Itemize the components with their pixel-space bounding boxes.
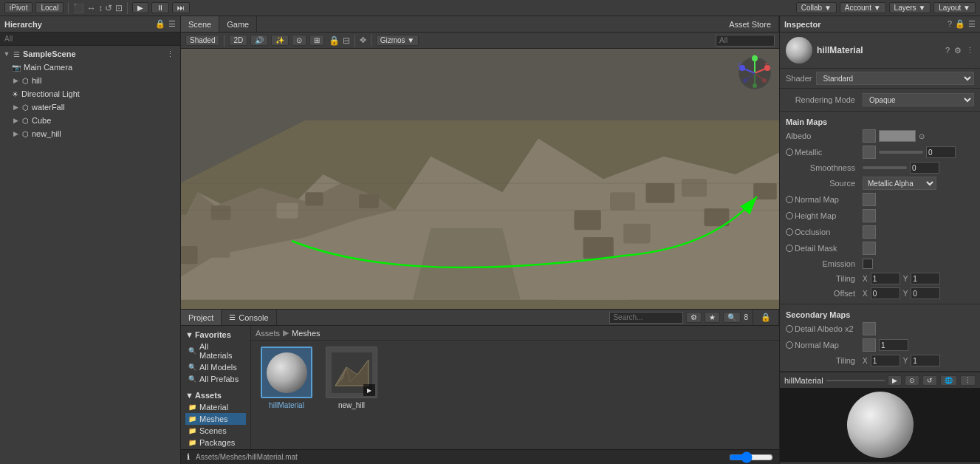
metallic-texture-slot[interactable] bbox=[863, 146, 876, 159]
path-meshes[interactable]: Meshes bbox=[292, 329, 321, 338]
file-hill-material[interactable]: hillMaterial bbox=[257, 347, 316, 443]
detail-albedo-texture-slot[interactable] bbox=[863, 322, 876, 335]
tab-scene[interactable]: Scene bbox=[181, 16, 219, 32]
source-dropdown[interactable]: Metallic Alpha bbox=[863, 177, 936, 190]
emission-label: Emission bbox=[786, 259, 860, 268]
tiling-row: Tiling X Y bbox=[786, 271, 974, 286]
secondary-tiling-x-input[interactable] bbox=[871, 355, 900, 366]
tiling-y-input[interactable] bbox=[911, 273, 940, 284]
refresh-bottom-btn[interactable]: ↺ bbox=[922, 375, 937, 386]
fav-materials-label: All Materials bbox=[199, 342, 243, 360]
collab-btn[interactable]: Collab ▼ bbox=[796, 2, 837, 13]
tab-console[interactable]: ☰ Console bbox=[222, 310, 276, 325]
waterfall-label: waterFall bbox=[32, 103, 65, 112]
fav-materials[interactable]: 🔍 All Materials bbox=[185, 341, 246, 361]
circle-bottom-btn[interactable]: ⊙ bbox=[905, 375, 919, 386]
zoom-slider[interactable] bbox=[729, 451, 773, 463]
scene-search-input[interactable] bbox=[716, 35, 775, 47]
emission-checkbox[interactable] bbox=[863, 259, 873, 269]
assets-meshes[interactable]: 📁 Meshes bbox=[185, 413, 246, 425]
project-settings-btn[interactable]: ⚙ bbox=[686, 312, 702, 323]
scene-menu-icon[interactable]: ⋮ bbox=[166, 50, 174, 59]
sep3 bbox=[224, 35, 225, 47]
hierarchy-search[interactable] bbox=[0, 33, 180, 46]
project-search-input[interactable] bbox=[609, 312, 683, 324]
scene-root-item[interactable]: ▼ ☰ SampleScene ⋮ bbox=[0, 47, 180, 61]
metallic-input[interactable] bbox=[926, 146, 956, 158]
height-map-texture-slot[interactable] bbox=[863, 209, 876, 222]
assets-material[interactable]: 📁 Material bbox=[185, 401, 246, 413]
file-new-hill[interactable]: ▶ new_hill bbox=[322, 347, 381, 443]
hierarchy-directional-light[interactable]: ☀ Directional Light bbox=[0, 87, 180, 100]
scene-arrow: ▼ bbox=[3, 50, 10, 58]
albedo-pick-icon[interactable]: ⊙ bbox=[919, 132, 925, 140]
hierarchy-new-hill[interactable]: ▶ ⬡ new_hill bbox=[0, 127, 180, 140]
inspector-title: Inspector bbox=[784, 20, 821, 29]
account-btn[interactable]: Account ▼ bbox=[840, 2, 886, 13]
hierarchy-main-camera[interactable]: 📷 Main Camera bbox=[0, 61, 180, 74]
scene-viewport[interactable]: Iso X Y bbox=[181, 49, 779, 309]
more-bottom-btn[interactable]: ⋮ bbox=[960, 375, 976, 386]
secondary-normal-texture-slot[interactable] bbox=[863, 338, 876, 352]
hierarchy-hill[interactable]: ▶ ⬡ hill bbox=[0, 74, 180, 87]
hierarchy-menu-icon[interactable]: ☰ bbox=[168, 19, 176, 29]
pause-btn[interactable]: ⏸ bbox=[151, 2, 169, 13]
smoothness-slider[interactable] bbox=[863, 166, 907, 169]
assets-scenes[interactable]: 📁 Scenes bbox=[185, 425, 246, 437]
svg-text:Y: Y bbox=[753, 55, 757, 59]
smoothness-input[interactable] bbox=[910, 162, 939, 174]
local-btn[interactable]: Local bbox=[35, 2, 64, 13]
step-btn[interactable]: ⏭ bbox=[172, 2, 190, 13]
tiling-x-input[interactable] bbox=[871, 273, 900, 284]
play-btn[interactable]: ▶ bbox=[132, 2, 148, 13]
layers-btn[interactable]: Layers ▼ bbox=[889, 2, 931, 13]
globe-bottom-btn[interactable]: 🌐 bbox=[940, 375, 957, 386]
inspector-settings-btn[interactable]: ⚙ bbox=[954, 46, 962, 55]
nav-btn[interactable]: ⊙ bbox=[292, 35, 306, 46]
shading-dropdown-btn[interactable]: Shaded bbox=[185, 35, 219, 46]
hierarchy-lock-icon[interactable]: 🔒 bbox=[155, 19, 165, 29]
hierarchy-waterfall[interactable]: ▶ ⬡ waterFall bbox=[0, 100, 180, 114]
layout-btn[interactable]: Layout ▼ bbox=[933, 2, 976, 13]
main-maps-section: Main Maps Albedo ⊙ Metallic bbox=[780, 112, 980, 304]
shader-dropdown[interactable]: Standard bbox=[816, 72, 974, 85]
inspector-help-btn[interactable]: ? bbox=[945, 46, 950, 55]
2d-btn[interactable]: 2D bbox=[229, 35, 247, 46]
offset-y-input[interactable] bbox=[911, 287, 940, 299]
secondary-tiling-y-input[interactable] bbox=[911, 355, 940, 366]
inspector-help-icon[interactable]: ? bbox=[948, 19, 952, 29]
hierarchy-cube[interactable]: ▶ ⬡ Cube bbox=[0, 114, 180, 127]
metallic-slider[interactable] bbox=[879, 151, 923, 154]
detail-mask-texture-slot[interactable] bbox=[863, 242, 876, 255]
tab-asset-store[interactable]: Asset Store bbox=[722, 16, 779, 32]
grid-btn[interactable]: ⊞ bbox=[309, 35, 324, 46]
path-assets[interactable]: Assets bbox=[256, 329, 280, 338]
audio-btn[interactable]: 🔊 bbox=[250, 35, 268, 46]
inspector-lock-icon[interactable]: 🔒 bbox=[955, 19, 965, 29]
pivot-btn[interactable]: iPivot bbox=[4, 2, 32, 13]
effects-btn[interactable]: ✨ bbox=[271, 35, 289, 46]
project-breadcrumb: Assets ▶ Meshes bbox=[251, 326, 779, 341]
rendering-mode-dropdown[interactable]: Opaque bbox=[863, 93, 974, 106]
svg-rect-11 bbox=[305, 192, 323, 205]
albedo-texture-slot[interactable] bbox=[863, 129, 876, 143]
secondary-normal-input[interactable] bbox=[879, 339, 908, 351]
albedo-color-swatch[interactable] bbox=[879, 130, 916, 142]
project-filter-btn[interactable]: ★ bbox=[705, 312, 720, 323]
play-bottom-btn[interactable]: ▶ bbox=[888, 375, 902, 386]
fav-prefabs[interactable]: 🔍 All Prefabs bbox=[185, 373, 246, 385]
inspector-more-btn[interactable]: ⋮ bbox=[966, 46, 974, 55]
normal-map-texture-slot[interactable] bbox=[863, 193, 876, 206]
fav-models[interactable]: 🔍 All Models bbox=[185, 361, 246, 373]
assets-packages[interactable]: 📁 Packages bbox=[185, 437, 246, 448]
inspector-material-thumbnail bbox=[786, 37, 812, 64]
occlusion-texture-slot[interactable] bbox=[863, 225, 876, 239]
bottom-lock-icon[interactable]: 🔒 bbox=[753, 310, 779, 325]
inspector-menu-icon[interactable]: ☰ bbox=[968, 19, 976, 29]
offset-x-input[interactable] bbox=[871, 287, 900, 299]
svg-rect-17 bbox=[646, 183, 675, 203]
tab-project[interactable]: Project bbox=[181, 310, 222, 325]
gizmos-btn[interactable]: Gizmos ▼ bbox=[376, 35, 419, 46]
tab-game[interactable]: Game bbox=[219, 16, 257, 32]
project-zoom-btn[interactable]: 🔍 bbox=[723, 312, 741, 323]
